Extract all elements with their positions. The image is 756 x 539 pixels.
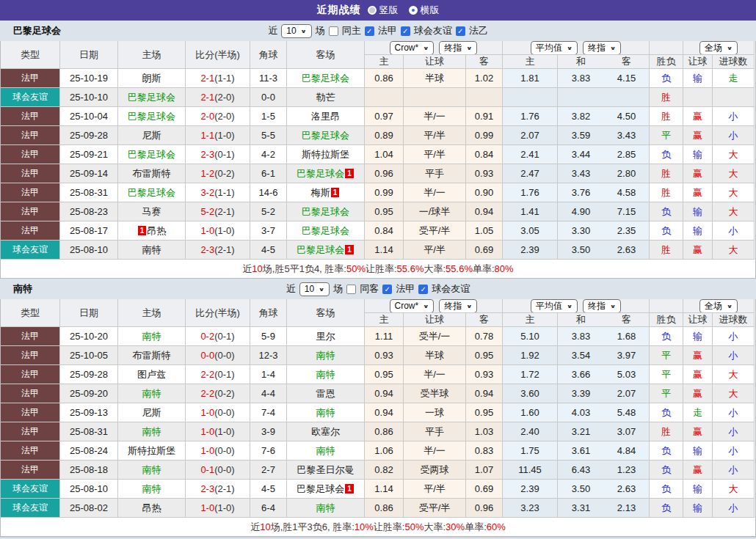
avg-away: 5.48	[604, 403, 650, 422]
filter-checkbox-label[interactable]: 法甲	[396, 282, 415, 296]
away-team[interactable]: 巴黎足球会	[302, 205, 349, 219]
match-count-select[interactable]: 10∨	[299, 282, 330, 296]
home-team[interactable]: 朗斯	[142, 72, 161, 85]
filter-checkbox-label[interactable]: 球会友谊	[414, 24, 452, 37]
odds-stage-select[interactable]: 终指∨	[439, 41, 477, 55]
team-name[interactable]: 南特	[13, 282, 32, 296]
result-text: 胜	[661, 167, 671, 180]
away-team[interactable]: 梅斯	[311, 186, 330, 199]
home-team[interactable]: 昂热	[147, 224, 166, 238]
filter-checkbox-label[interactable]: 法乙	[469, 24, 488, 37]
away-team[interactable]: 欧塞尔	[311, 425, 340, 439]
away-team[interactable]: 洛里昂	[311, 110, 340, 123]
home-team[interactable]: 南特	[142, 483, 161, 496]
avg-away: 2.13	[604, 499, 650, 518]
filter-checkbox-label[interactable]: 同客	[360, 282, 379, 296]
home-team[interactable]: 巴黎足球会	[128, 148, 175, 161]
odds-stage-select[interactable]: 终指∨	[439, 299, 477, 313]
corner-cell: 3-7	[250, 221, 287, 241]
odds-company-select[interactable]: Crow*∨	[390, 41, 435, 55]
avg-stage-select[interactable]: 终指∨	[583, 41, 621, 55]
scope-select[interactable]: 全场∨	[699, 299, 738, 313]
club-friendly-checkbox[interactable]: ✓	[401, 26, 410, 36]
corner-cell: 11-3	[250, 69, 287, 88]
away-team[interactable]: 南特	[316, 406, 335, 419]
match-date: 25-08-10	[60, 241, 118, 260]
away-team[interactable]: 巴黎足球会	[302, 224, 349, 238]
stats-tables-container: 巴黎足球会近10∨场同主✓法甲✓球会友谊✓法乙类型日期主场比分(半场)角球客场C…	[0, 21, 756, 537]
away-team[interactable]: 勒芒	[316, 91, 335, 104]
ligue2-checkbox[interactable]: ✓	[456, 26, 465, 36]
home-team[interactable]: 南特	[142, 243, 161, 257]
team-name[interactable]: 巴黎足球会	[13, 24, 61, 37]
radio-checked-icon[interactable]	[409, 6, 418, 15]
home-cell: 马赛	[118, 202, 186, 221]
avg-home: 2.47	[503, 164, 558, 183]
result-text: 负	[661, 483, 671, 496]
away-team[interactable]: 巴黎足球会	[297, 167, 344, 180]
club-friendly-checkbox[interactable]: ✓	[418, 285, 428, 294]
home-team[interactable]: 斯特拉斯堡	[128, 444, 175, 458]
scope-select[interactable]: 全场∨	[699, 41, 738, 55]
away-team[interactable]: 里尔	[316, 330, 335, 343]
away-team[interactable]: 雷恩	[316, 387, 335, 400]
home-team[interactable]: 布雷斯特	[133, 167, 171, 180]
away-team[interactable]: 南特	[316, 444, 335, 458]
avg-source-select[interactable]: 平均值∨	[531, 299, 578, 313]
away-team[interactable]: 南特	[316, 502, 335, 515]
result-handicap: 赢	[683, 365, 713, 384]
away-team[interactable]: 巴黎足球会	[302, 129, 349, 142]
home-team[interactable]: 南特	[142, 425, 161, 439]
odds-home: 1.04	[365, 145, 404, 164]
odds-away: 1.07	[466, 461, 503, 480]
filter-checkbox-label[interactable]: 同主	[342, 24, 361, 37]
result-goals: 小	[713, 346, 755, 365]
home-team[interactable]: 南特	[142, 330, 161, 343]
odds-home: 0.94	[365, 403, 404, 422]
home-team[interactable]: 尼斯	[142, 406, 161, 419]
home-team[interactable]: 昂热	[142, 502, 161, 515]
half-score: (0-1)	[214, 331, 234, 342]
full-score: 0-0	[200, 350, 214, 361]
ligue1-checkbox[interactable]: ✓	[365, 26, 374, 36]
summary-row: 近10场,胜5平1负4, 胜率:50% 让胜率:55.6% 大率:55.6% 单…	[1, 260, 755, 278]
home-team[interactable]: 南特	[142, 387, 161, 400]
half-score: (2-1)	[214, 244, 234, 255]
home-team[interactable]: 巴黎足球会	[128, 110, 175, 123]
home-team[interactable]: 巴黎足球会	[128, 91, 175, 104]
home-team[interactable]: 南特	[142, 463, 161, 477]
same-home-checkbox[interactable]	[329, 26, 338, 36]
away-team[interactable]: 南特	[316, 349, 335, 362]
radio-icon[interactable]	[368, 6, 377, 15]
filter-checkbox-label[interactable]: 法甲	[378, 24, 397, 37]
away-team[interactable]: 巴黎圣日尔曼	[297, 463, 355, 477]
home-team[interactable]: 布雷斯特	[133, 349, 171, 362]
layout-radio-vertical[interactable]: 竖版	[368, 4, 399, 17]
home-team[interactable]: 图卢兹	[137, 368, 166, 381]
filter-checkbox-label[interactable]: 球会友谊	[432, 282, 470, 296]
avg-stage-select[interactable]: 终指∨	[583, 299, 621, 313]
avg-away: 2.35	[604, 221, 650, 241]
home-team[interactable]: 尼斯	[142, 129, 161, 142]
away-team[interactable]: 巴黎足球会	[302, 72, 349, 85]
away-team[interactable]: 巴黎足球会	[297, 483, 344, 496]
odds-home: 1.06	[365, 441, 404, 461]
odds-company-select[interactable]: Crow*∨	[390, 299, 435, 313]
match-count-select[interactable]: 10∨	[281, 24, 311, 38]
avg-home: 2.39	[503, 480, 558, 499]
avg-source-select[interactable]: 平均值∨	[531, 41, 578, 55]
layout-radio-horizontal[interactable]: 横版	[409, 4, 440, 17]
away-team[interactable]: 巴黎足球会	[297, 243, 344, 257]
results-table: 类型日期主场比分(半场)角球客场Crow*∨终指∨平均值∨终指∨全场∨主让球客主…	[0, 41, 756, 279]
score-cell: 2-0(2-0)	[186, 107, 250, 126]
odds-away: 0.99	[466, 126, 503, 145]
same-away-checkbox[interactable]	[346, 285, 356, 294]
home-team[interactable]: 巴黎足球会	[128, 186, 175, 199]
home-team[interactable]: 马赛	[142, 205, 161, 219]
away-team[interactable]: 南特	[316, 368, 335, 381]
result-text: 平	[661, 387, 671, 400]
full-score: 1-2	[200, 168, 214, 179]
score-cell: 5-2(2-1)	[186, 202, 250, 221]
ligue1-checkbox[interactable]: ✓	[382, 285, 392, 294]
away-team[interactable]: 斯特拉斯堡	[302, 148, 349, 161]
